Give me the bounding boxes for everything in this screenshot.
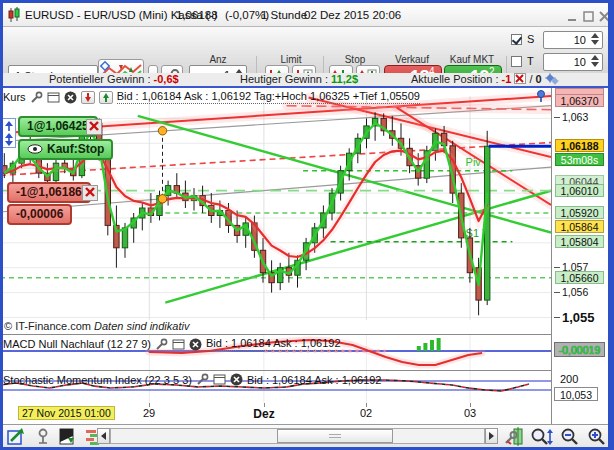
panel-separator[interactable] bbox=[0, 370, 551, 371]
copyright-text: © IT-Finance.com bbox=[4, 320, 91, 332]
status-row: Potentieller Gewinn : -0,6$ Heutiger Gew… bbox=[3, 73, 608, 86]
close-panel-icon[interactable] bbox=[64, 91, 77, 104]
close-position-icon[interactable] bbox=[514, 73, 526, 84]
bottom-toolbar bbox=[0, 424, 614, 448]
minimize-button[interactable] bbox=[566, 11, 579, 22]
stop-spin-buttons[interactable] bbox=[589, 32, 600, 47]
scrollbar-thumb[interactable] bbox=[277, 429, 393, 443]
stop-group-label: Stop bbox=[329, 54, 381, 65]
position-value: -1 bbox=[502, 73, 512, 85]
wrench-icon[interactable] bbox=[30, 91, 43, 104]
window-border-top bbox=[0, 0, 614, 3]
maximize-button[interactable] bbox=[582, 11, 595, 22]
close-panel-icon[interactable] bbox=[230, 373, 243, 386]
time-axis[interactable]: 27 Nov 2015 01:00 29Dez0203 bbox=[0, 403, 551, 424]
position-pnl-label: -0,00006 bbox=[7, 204, 72, 225]
target-spin-buttons[interactable] bbox=[589, 54, 600, 69]
chart-report-icon[interactable] bbox=[58, 427, 78, 446]
pin-icon[interactable] bbox=[534, 89, 548, 103]
panel-separator[interactable] bbox=[0, 334, 551, 335]
zoom-in-icon[interactable] bbox=[587, 427, 607, 446]
sell-arrow-button[interactable] bbox=[81, 91, 95, 104]
horizontal-scrollbar[interactable] bbox=[110, 428, 485, 444]
close-position-button[interactable] bbox=[82, 185, 98, 201]
today-gain: Heutiger Gewinn : 11,2$ bbox=[240, 73, 358, 85]
up-down-arrows-icon bbox=[3, 119, 15, 147]
anchor-tool-icon[interactable] bbox=[34, 427, 54, 446]
detach-window-icon[interactable] bbox=[47, 91, 60, 104]
close-panel-icon[interactable] bbox=[189, 338, 202, 351]
macd-panel-header: MACD Null Nachlauf (12 27 9) Bid : 1,061… bbox=[3, 337, 341, 351]
macd-value-label: -0,00019 bbox=[554, 342, 605, 357]
window-border-right bbox=[608, 0, 614, 450]
stochastic-panel-header: Stochastic Momentum Index (22 3 5 3) Bid… bbox=[3, 373, 381, 386]
position-flat-value: 0 bbox=[536, 73, 542, 85]
open-position-label[interactable]: -1@1,06186 bbox=[7, 182, 91, 203]
stop-distance-stepper[interactable]: 10 bbox=[543, 31, 603, 49]
main-toolbar: 1 Stunde Anz 1 Limit bbox=[3, 26, 608, 74]
window-datetime: 02 Dez 2015 20:06 bbox=[304, 9, 401, 21]
copyright-note: © IT-Finance.com Daten sind indikativ bbox=[4, 320, 189, 332]
stop-distance-value: 10 bbox=[574, 34, 586, 46]
cancel-order-button[interactable] bbox=[86, 119, 102, 135]
buy-market-label: Kauf MKT bbox=[444, 54, 500, 65]
time-tick-label: 02 bbox=[360, 407, 372, 419]
detach-window-icon[interactable] bbox=[172, 338, 185, 351]
scroll-left-button[interactable] bbox=[97, 428, 110, 444]
open-position-text: -1@1,06186 bbox=[16, 185, 82, 199]
price-scale[interactable]: -0,00019 200 10,053 1,063701,0631,061885… bbox=[552, 88, 608, 424]
wrench-icon[interactable] bbox=[196, 373, 209, 386]
green-up-arrow-icon bbox=[100, 92, 112, 103]
gears-icon[interactable] bbox=[545, 73, 559, 85]
current-position: Aktuelle Position : -1 / 0 bbox=[411, 73, 559, 85]
window-border-left bbox=[0, 0, 3, 450]
macd-bid-ask: Bid : 1,06184 Ask : 1,06192 bbox=[206, 337, 341, 351]
price-axis-label: 1,06010 bbox=[555, 184, 604, 197]
limit-group-label: Limit bbox=[265, 54, 317, 65]
target-distance-stepper[interactable]: 10 bbox=[543, 53, 603, 71]
buy-arrow-button[interactable] bbox=[99, 91, 113, 104]
today-gain-label: Heutiger Gewinn : bbox=[240, 73, 328, 85]
stop-checkbox[interactable] bbox=[511, 34, 522, 45]
target-checkbox[interactable] bbox=[511, 56, 522, 67]
scale-drag-widget[interactable] bbox=[2, 118, 16, 148]
potential-gain-value: -0,6$ bbox=[154, 73, 179, 85]
potential-gain: Potentieller Gewinn : -0,6$ bbox=[49, 73, 179, 85]
detach-window-icon[interactable] bbox=[213, 373, 226, 386]
arrow-up-icon bbox=[591, 55, 599, 60]
quantity-group-label: Anz bbox=[201, 54, 235, 65]
stop-checkbox-label: S bbox=[527, 33, 534, 45]
grip-icon bbox=[329, 434, 341, 435]
window-price: 1,06188 bbox=[176, 9, 218, 21]
window-timeframe: 1 Stunde bbox=[261, 9, 307, 21]
zoom-out-icon[interactable] bbox=[560, 427, 580, 446]
buy-stop-order-price-text: 1@1,06425 bbox=[27, 119, 89, 133]
arrow-up-icon bbox=[591, 33, 599, 38]
price-axis-label: 1,05864 bbox=[555, 220, 604, 233]
drawing-handle[interactable] bbox=[158, 127, 166, 135]
drawing-tools-icon[interactable] bbox=[7, 427, 27, 446]
target-checkbox-label: T bbox=[527, 55, 534, 67]
drawing-handle[interactable] bbox=[158, 195, 166, 203]
wrench-icon[interactable] bbox=[155, 338, 168, 351]
price-axis-label: 1,055 bbox=[562, 311, 608, 324]
chart-settings-icon[interactable] bbox=[504, 427, 524, 446]
scroll-right-button[interactable] bbox=[485, 428, 498, 444]
stochastic-scale-top: 200 bbox=[560, 373, 578, 385]
buy-stop-order-type[interactable]: Kauf:Stop bbox=[18, 139, 113, 160]
buy-stop-order-type-text: Kauf:Stop bbox=[47, 142, 104, 156]
today-gain-value: 11,2$ bbox=[331, 73, 358, 85]
position-label: Aktuelle Position : bbox=[411, 73, 498, 85]
price-axis-label: 1,063 bbox=[562, 111, 608, 124]
check-icon bbox=[512, 34, 522, 45]
bid-ask-readout: Bid : 1,06184 Ask : 1,06192 Tag:+Hoch 1,… bbox=[117, 90, 420, 104]
price-axis-label: 1,05920 bbox=[555, 206, 604, 219]
triangle-left-icon bbox=[101, 432, 106, 440]
time-tick-label: 29 bbox=[143, 407, 155, 419]
position-slash: / bbox=[529, 73, 532, 85]
zoom-vertical-icon[interactable] bbox=[530, 427, 554, 446]
kurs-label: Kurs bbox=[3, 91, 26, 103]
title-bar[interactable]: EURUSD - EUR/USD (Mini) Kassa (-) 1,0618… bbox=[3, 3, 608, 27]
time-tick-label: Dez bbox=[253, 407, 274, 421]
triangle-right-icon bbox=[489, 432, 494, 440]
